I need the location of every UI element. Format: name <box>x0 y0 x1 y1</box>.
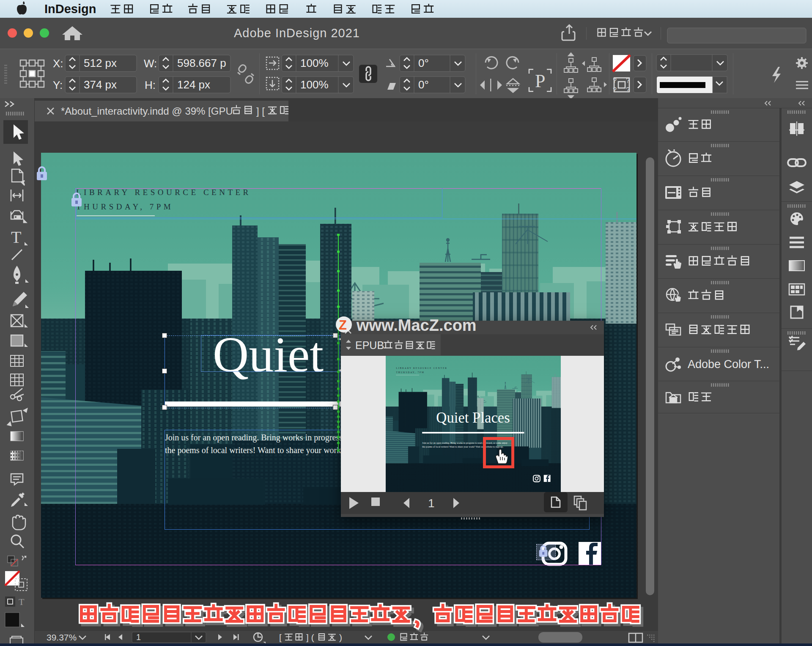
svg-text:Y:: Y: <box>53 79 63 91</box>
svg-text:www.MacZ.com: www.MacZ.com <box>356 316 477 334</box>
svg-text:W:: W: <box>144 57 157 70</box>
svg-text:0°: 0° <box>418 78 429 91</box>
svg-text:Adobe InDesign 2021: Adobe InDesign 2021 <box>234 26 360 40</box>
svg-text:39.37%: 39.37% <box>47 632 77 642</box>
svg-text:374 px: 374 px <box>84 78 117 91</box>
svg-text:?: ? <box>626 77 630 84</box>
svg-text:100%: 100% <box>300 78 329 91</box>
svg-text:?: ? <box>613 77 617 84</box>
svg-text:X:: X: <box>53 57 63 70</box>
svg-text:598.667 p: 598.667 p <box>177 57 226 69</box>
svg-text:] [: ] [ <box>256 105 265 117</box>
svg-text:H:: H: <box>145 79 156 91</box>
svg-text:] (: ] ( <box>306 632 314 642</box>
svg-text:1: 1 <box>428 497 435 510</box>
svg-text:*About_interactivity.indd @ 39: *About_interactivity.indd @ 39% [GPU <box>61 105 233 117</box>
svg-text:512 px: 512 px <box>84 57 117 69</box>
svg-text:124 px: 124 px <box>177 78 210 91</box>
svg-text:1: 1 <box>136 632 141 642</box>
svg-text:100%: 100% <box>300 57 329 69</box>
svg-text:): ) <box>339 632 342 642</box>
svg-text:InDesign: InDesign <box>44 2 96 16</box>
svg-text:?: ? <box>613 86 617 93</box>
svg-text:THURSDAY, 7PM: THURSDAY, 7PM <box>396 371 425 374</box>
svg-text:Z: Z <box>339 318 347 333</box>
svg-text:?: ? <box>626 86 630 93</box>
svg-text:T: T <box>19 597 25 607</box>
svg-text:T: T <box>11 228 21 247</box>
svg-text:LIBRARY RESOURCE CENTER: LIBRARY RESOURCE CENTER <box>396 367 447 369</box>
svg-text:0°: 0° <box>418 57 429 69</box>
svg-text:Quiet Places: Quiet Places <box>436 409 510 426</box>
svg-text:P: P <box>535 71 545 91</box>
svg-text:Adobe Color T...: Adobe Color T... <box>688 358 769 371</box>
svg-text:[: [ <box>279 632 282 642</box>
